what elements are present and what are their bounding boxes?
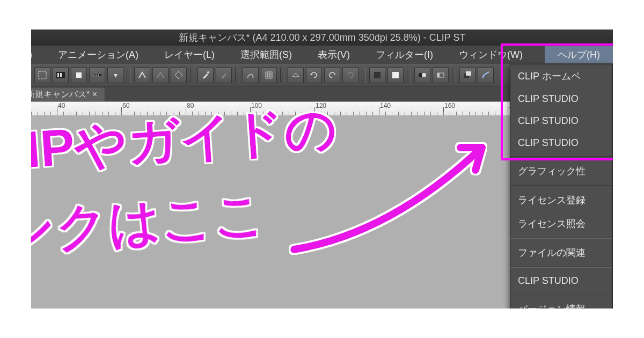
tool-icon[interactable] — [414, 67, 430, 83]
help-menu-item[interactable]: CLIP STUDIO — [510, 132, 612, 154]
toolbar-separator — [235, 68, 239, 83]
help-menu-item[interactable]: グラフィック性 — [510, 159, 612, 183]
svg-rect-15 — [437, 73, 440, 77]
menu-bar: 理(P) アニメーション(A) レイヤー(L) 選択範囲(S) 表示(V) フィ… — [31, 46, 613, 64]
help-menu-item[interactable]: ファイルの関連 — [510, 241, 612, 264]
menu-item-manage[interactable]: 理(P) — [31, 46, 45, 63]
tool-icon[interactable] — [34, 67, 50, 83]
help-menu-item[interactable]: CLIP STUDIO — [510, 110, 612, 132]
chevron-down-icon[interactable]: ▾ — [107, 67, 123, 83]
ruler-label: 80 — [187, 102, 194, 109]
menu-item-filter[interactable]: フィルター(I) — [363, 46, 446, 63]
ruler-label: 100 — [251, 102, 262, 109]
menu-item-view[interactable]: 表示(V) — [305, 46, 363, 63]
menu-separator — [510, 267, 612, 268]
help-menu-item[interactable]: CLIP STUDIO — [510, 270, 612, 292]
svg-rect-3 — [60, 73, 62, 77]
help-dropdown: CLIP ホームペ CLIP STUDIO CLIP STUDIO CLIP S… — [510, 64, 613, 308]
tool-icon[interactable] — [288, 67, 304, 83]
svg-point-9 — [207, 71, 209, 74]
svg-rect-17 — [466, 71, 471, 76]
eyedropper-icon[interactable] — [216, 67, 232, 83]
rotate-icon[interactable] — [306, 67, 322, 83]
toolbar-separator — [190, 68, 194, 83]
document-tab[interactable]: 新規キャンバス* × — [31, 87, 105, 101]
help-menu-item[interactable]: CLIP STUDIO — [510, 88, 612, 110]
menu-separator — [510, 156, 612, 157]
svg-rect-6 — [93, 75, 94, 76]
app-window: 新規キャンバス* (A4 210.00 x 297.00mm 350dpi 25… — [31, 30, 613, 308]
ruler-label: 140 — [380, 102, 391, 109]
help-menu-item[interactable]: ライセンス登録 — [510, 188, 612, 212]
toolbar-separator — [362, 68, 366, 83]
svg-point-13 — [422, 73, 426, 77]
ruler-label: 60 — [122, 102, 129, 109]
help-menu-item[interactable]: バージョン情報 — [510, 297, 612, 308]
help-menu-item[interactable]: ライセンス照会 — [510, 212, 612, 236]
svg-rect-10 — [374, 72, 380, 78]
svg-rect-7 — [96, 75, 97, 76]
menu-item-layer[interactable]: レイヤー(L) — [151, 46, 228, 63]
svg-rect-4 — [76, 72, 82, 78]
grid-icon[interactable] — [261, 67, 277, 83]
menu-separator — [510, 238, 612, 239]
ruler-label: 120 — [316, 102, 326, 109]
toolbar-separator — [127, 68, 131, 83]
tool-icon[interactable] — [53, 67, 69, 83]
tool-icon[interactable] — [171, 67, 187, 83]
menu-item-animation[interactable]: アニメーション(A) — [45, 46, 151, 63]
svg-rect-2 — [57, 73, 59, 77]
tool-icon[interactable] — [433, 67, 449, 83]
tool-icon[interactable] — [459, 67, 475, 83]
tool-icon[interactable] — [71, 67, 87, 83]
toolbar-separator — [452, 68, 456, 83]
svg-rect-11 — [392, 72, 399, 78]
brush-icon[interactable] — [478, 67, 494, 83]
tool-icon[interactable] — [134, 67, 150, 83]
menu-item-window[interactable]: ウィンドウ(W) — [446, 46, 536, 63]
menu-separator — [510, 294, 612, 295]
tool-icon[interactable] — [152, 67, 169, 83]
tool-icon[interactable] — [369, 67, 385, 83]
toolbar-separator — [280, 68, 284, 83]
menu-separator — [510, 185, 612, 186]
ruler-label: 160 — [444, 102, 455, 109]
menu-item-help[interactable]: ヘルプ(H) — [545, 46, 613, 63]
rotate-icon[interactable] — [324, 67, 340, 83]
svg-rect-8 — [98, 75, 99, 76]
window-title: 新規キャンバス* (A4 210.00 x 297.00mm 350dpi 25… — [31, 30, 613, 46]
tool-icon[interactable] — [243, 67, 259, 83]
svg-rect-0 — [39, 71, 46, 79]
ruler-label: 40 — [58, 102, 65, 109]
menu-item-selection[interactable]: 選択範囲(S) — [228, 46, 305, 63]
rotate-icon[interactable] — [342, 67, 358, 83]
eyedropper-icon[interactable] — [197, 67, 214, 83]
help-menu-item[interactable]: CLIP ホームペ — [510, 64, 612, 88]
tool-icon[interactable] — [387, 67, 404, 83]
toolbar-separator — [407, 68, 411, 83]
tool-icon[interactable] — [89, 67, 105, 83]
